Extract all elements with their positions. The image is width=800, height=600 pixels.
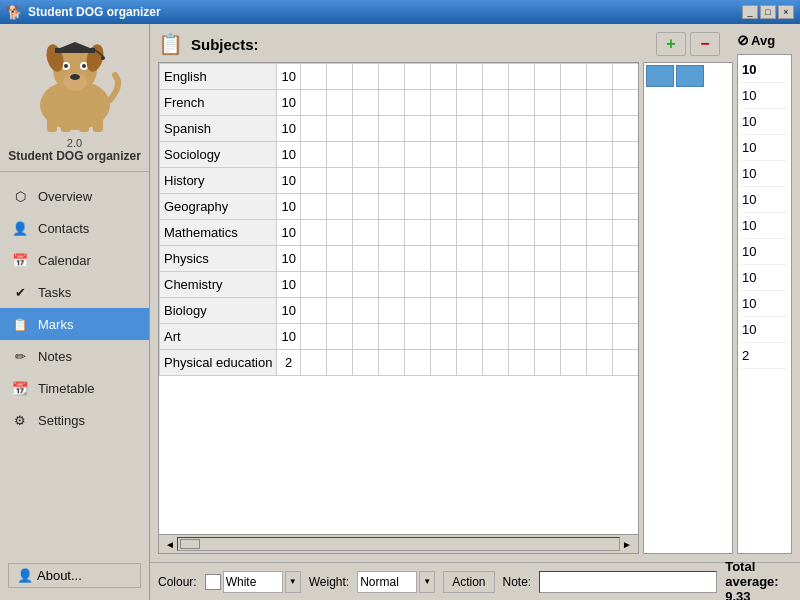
mark-cell[interactable] <box>508 64 534 90</box>
mark-cell[interactable] <box>534 324 560 350</box>
mark-cell[interactable] <box>430 272 456 298</box>
subject-score-cell[interactable]: 10 <box>277 220 300 246</box>
mark-cell[interactable] <box>378 116 404 142</box>
mark-cell[interactable] <box>378 324 404 350</box>
mark-cell[interactable] <box>352 298 378 324</box>
mark-cell[interactable] <box>326 272 352 298</box>
mark-cell[interactable] <box>612 272 638 298</box>
mark-cell[interactable] <box>534 350 560 376</box>
mark-cell[interactable] <box>612 142 638 168</box>
mark-cell[interactable] <box>404 324 430 350</box>
subject-score-cell[interactable]: 10 <box>277 116 300 142</box>
mark-cell[interactable] <box>456 142 482 168</box>
mark-cell[interactable] <box>586 298 612 324</box>
sidebar-item-contacts[interactable]: 👤 Contacts <box>0 212 149 244</box>
mark-cell[interactable] <box>612 64 638 90</box>
mark-cell[interactable] <box>612 194 638 220</box>
mark-cell[interactable] <box>352 350 378 376</box>
mark-cell[interactable] <box>482 116 508 142</box>
mark-cell[interactable] <box>430 350 456 376</box>
weight-select-value[interactable]: Normal <box>357 571 417 593</box>
remove-column-button[interactable]: − <box>690 32 720 56</box>
mark-cell[interactable] <box>534 64 560 90</box>
mark-cell[interactable] <box>586 220 612 246</box>
action-button[interactable]: Action <box>443 571 494 593</box>
maximize-button[interactable]: □ <box>760 5 776 19</box>
mark-cell[interactable] <box>560 324 586 350</box>
scroll-right-arrow[interactable]: ► <box>620 539 634 550</box>
weight-select-arrow[interactable]: ▼ <box>419 571 435 593</box>
subject-name-cell[interactable]: History <box>160 168 277 194</box>
add-column-button[interactable]: + <box>656 32 686 56</box>
mark-cell[interactable] <box>482 142 508 168</box>
subject-score-cell[interactable]: 10 <box>277 64 300 90</box>
subject-name-cell[interactable]: Biology <box>160 298 277 324</box>
mark-cell[interactable] <box>352 116 378 142</box>
mark-cell[interactable] <box>612 298 638 324</box>
mark-cell[interactable] <box>534 168 560 194</box>
mark-cell[interactable] <box>300 90 326 116</box>
mark-cell[interactable] <box>378 90 404 116</box>
mark-cell[interactable] <box>300 220 326 246</box>
subject-score-cell[interactable]: 10 <box>277 168 300 194</box>
mark-cell[interactable] <box>482 220 508 246</box>
mark-cell[interactable] <box>300 324 326 350</box>
sidebar-item-overview[interactable]: ⬡ Overview <box>0 180 149 212</box>
mark-cell[interactable] <box>586 90 612 116</box>
mark-cell[interactable] <box>612 116 638 142</box>
mark-cell[interactable] <box>326 90 352 116</box>
mark-cell[interactable] <box>404 194 430 220</box>
minimize-button[interactable]: _ <box>742 5 758 19</box>
mark-cell[interactable] <box>352 246 378 272</box>
mark-cell[interactable] <box>456 64 482 90</box>
mark-cell[interactable] <box>378 220 404 246</box>
subject-score-cell[interactable]: 10 <box>277 272 300 298</box>
scrollbar-thumb[interactable] <box>180 539 200 549</box>
mark-cell[interactable] <box>456 324 482 350</box>
sidebar-item-notes[interactable]: ✏ Notes <box>0 340 149 372</box>
mark-cell[interactable] <box>404 116 430 142</box>
mark-cell[interactable] <box>352 220 378 246</box>
mark-cell[interactable] <box>560 116 586 142</box>
mark-cell[interactable] <box>508 220 534 246</box>
mark-cell[interactable] <box>560 64 586 90</box>
mark-cell[interactable] <box>586 194 612 220</box>
mark-cell[interactable] <box>326 220 352 246</box>
mark-cell[interactable] <box>404 350 430 376</box>
close-button[interactable]: × <box>778 5 794 19</box>
mark-cell[interactable] <box>586 168 612 194</box>
grid-scroll-area[interactable]: English10French10Spanish10Sociology10His… <box>159 63 638 534</box>
mark-cell[interactable] <box>508 168 534 194</box>
mark-cell[interactable] <box>534 246 560 272</box>
colour-select-value[interactable]: White <box>223 571 283 593</box>
mark-cell[interactable] <box>560 350 586 376</box>
mark-cell[interactable] <box>612 90 638 116</box>
note-input[interactable] <box>539 571 717 593</box>
mark-cell[interactable] <box>326 142 352 168</box>
sidebar-item-settings[interactable]: ⚙ Settings <box>0 404 149 436</box>
subject-score-cell[interactable]: 10 <box>277 246 300 272</box>
mark-cell[interactable] <box>560 90 586 116</box>
mark-cell[interactable] <box>534 194 560 220</box>
mark-cell[interactable] <box>612 168 638 194</box>
mark-cell[interactable] <box>300 194 326 220</box>
mark-cell[interactable] <box>586 272 612 298</box>
subject-name-cell[interactable]: Chemistry <box>160 272 277 298</box>
subject-score-cell[interactable]: 10 <box>277 324 300 350</box>
mark-cell[interactable] <box>300 64 326 90</box>
mark-cell[interactable] <box>352 324 378 350</box>
colour-select-arrow[interactable]: ▼ <box>285 571 301 593</box>
mark-cell[interactable] <box>534 116 560 142</box>
col-item-selected[interactable] <box>646 65 730 87</box>
subject-name-cell[interactable]: Sociology <box>160 142 277 168</box>
mark-cell[interactable] <box>352 168 378 194</box>
mark-cell[interactable] <box>534 90 560 116</box>
mark-cell[interactable] <box>560 272 586 298</box>
mark-cell[interactable] <box>456 168 482 194</box>
mark-cell[interactable] <box>586 64 612 90</box>
subject-score-cell[interactable]: 2 <box>277 350 300 376</box>
mark-cell[interactable] <box>508 116 534 142</box>
mark-cell[interactable] <box>300 116 326 142</box>
mark-cell[interactable] <box>508 350 534 376</box>
mark-cell[interactable] <box>456 194 482 220</box>
